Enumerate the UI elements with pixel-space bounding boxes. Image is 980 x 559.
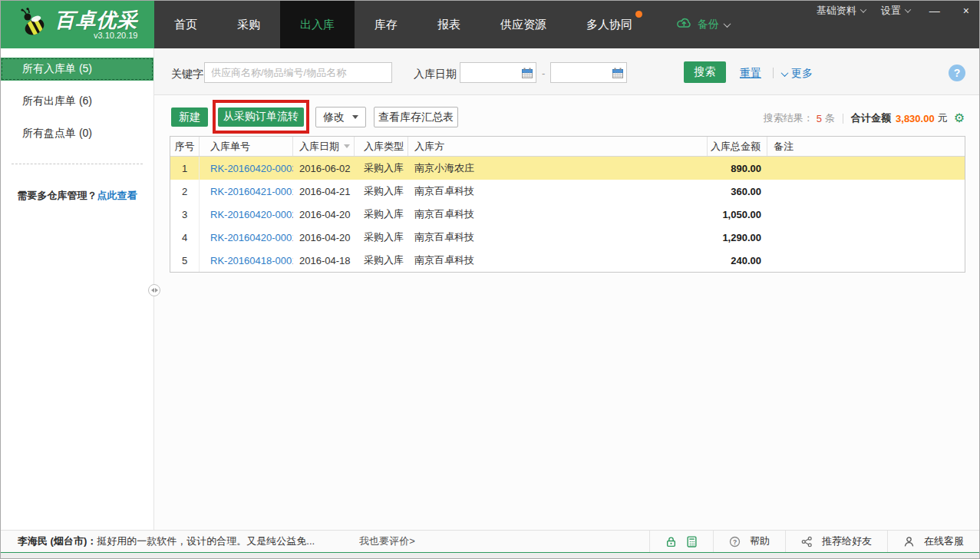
nav-tab-collaboration[interactable]: 多人协同 (566, 1, 652, 48)
write-review-link[interactable]: 我也要评价> (359, 534, 415, 548)
link-separator (773, 68, 774, 78)
doc-number-link[interactable]: RK-20160420-0002 (210, 209, 293, 220)
nav-tab-inventory-io[interactable]: 出入库 (280, 1, 355, 48)
nav-tab-purchase[interactable]: 采购 (217, 1, 280, 48)
nav-tab-label: 供应资源 (500, 18, 546, 32)
help-icon[interactable]: ? (949, 64, 965, 81)
inbound-type-cell: 采购入库 (355, 157, 408, 180)
sidebar-item-inbound-orders[interactable]: 所有入库单 (5) (1, 58, 153, 81)
window-bottom-edge (1, 553, 979, 558)
menu-settings[interactable]: 设置 (881, 4, 910, 18)
top-bar: 百卓优采 v3.10.20.19 首页采购出入库库存报表供应资源多人协同 备份 … (1, 1, 979, 48)
table-row[interactable]: 1RK-20160420-00032016-06-02采购入库南京小海农庄890… (170, 157, 965, 180)
main-content: 关键字 入库日期 - (154, 48, 979, 530)
recommend-button[interactable]: 推荐给好友 (785, 531, 887, 552)
table-row[interactable]: 3RK-20160420-00022016-04-20采购入库南京百卓科技1,0… (170, 203, 965, 226)
chevron-down-icon (781, 69, 789, 77)
help-button[interactable]: ? 帮助 (713, 531, 785, 552)
gear-icon[interactable]: ⚙ (954, 112, 965, 124)
new-button[interactable]: 新建 (171, 108, 208, 127)
keyword-input[interactable] (204, 62, 392, 83)
backup-button[interactable]: 备份 (676, 1, 730, 48)
column-header: 入库类型 (355, 137, 408, 156)
menu-basic-data-label: 基础资料 (817, 4, 856, 18)
inbound-type-cell: 采购入库 (355, 203, 408, 226)
search-button[interactable]: 搜索 (684, 61, 726, 83)
nav-tab-stock[interactable]: 库存 (355, 1, 417, 48)
notification-badge-icon (635, 11, 642, 18)
app-version: v3.10.20.19 (55, 31, 138, 40)
remark-cell (767, 226, 965, 249)
inbound-date-cell: 2016-04-18 (293, 249, 355, 272)
total-amount: 3,830.00 (896, 113, 935, 124)
system-menus: 基础资料 设置 — × (817, 1, 973, 21)
transfer-from-po-button[interactable]: 从采购订单流转 (218, 108, 304, 127)
row-index: 3 (170, 203, 200, 226)
lock-icon[interactable] (665, 536, 677, 547)
total-amount-cell: 890.00 (708, 157, 767, 180)
online-support-button[interactable]: 在线客服 (887, 531, 979, 552)
doc-number-link[interactable]: RK-20160420-0003 (210, 163, 293, 174)
person-icon (903, 536, 915, 547)
promo-link[interactable]: 点此查看 (97, 190, 137, 201)
help-label: 帮助 (750, 534, 770, 548)
nav-tab-label: 多人协同 (586, 18, 632, 32)
nav-tab-label: 采购 (237, 18, 260, 32)
user-review: 李海民 (烟台市)：挺好用的一款软件，设计的合理。又是纯公益免... (1, 534, 315, 548)
inbound-party-cell: 南京百卓科技 (408, 249, 708, 272)
view-stock-summary-button[interactable]: 查看库存汇总表 (374, 107, 458, 127)
inbound-date-cell: 2016-04-21 (293, 180, 355, 203)
app-logo[interactable]: 百卓优采 v3.10.20.19 (1, 1, 154, 48)
cloud-upload-icon (676, 17, 692, 32)
keyword-label: 关键字 (171, 68, 203, 81)
table-row[interactable]: 2RK-20160421-00012016-04-21采购入库南京百卓科技360… (170, 180, 965, 203)
nav-tab-home[interactable]: 首页 (154, 1, 217, 48)
nav-tab-reports[interactable]: 报表 (417, 1, 480, 48)
total-amount-cell: 360.00 (708, 180, 767, 203)
menu-basic-data[interactable]: 基础资料 (817, 4, 866, 18)
sidebar-item-label: 所有入库单 (5) (22, 62, 92, 76)
modify-dropdown-button[interactable]: 修改 (315, 107, 366, 127)
more-link[interactable]: 更多 (782, 67, 813, 81)
table-row[interactable]: 4RK-20160420-00012016-04-20采购入库南京百卓科技1,2… (170, 226, 965, 249)
calculator-icon[interactable] (686, 536, 698, 547)
nav-tab-supply-resources[interactable]: 供应资源 (480, 1, 566, 48)
column-header-label: 入库单号 (210, 140, 250, 154)
results-count: 5 (817, 113, 822, 124)
minimize-button[interactable]: — (926, 5, 944, 17)
inbound-orders-table: 序号入库单号入库日期入库类型入库方入库总金额备注 1RK-20160420-00… (170, 136, 965, 273)
table-row[interactable]: 5RK-20160418-00012016-04-18采购入库南京百卓科技240… (170, 249, 965, 272)
inbound-date-label: 入库日期 (414, 68, 457, 81)
inbound-party-cell: 南京百卓科技 (408, 180, 708, 203)
sidebar-item-label: 所有出库单 (6) (22, 94, 92, 108)
calendar-icon[interactable] (522, 68, 533, 81)
inbound-type-cell: 采购入库 (355, 249, 408, 272)
sidebar-item-stocktake-orders[interactable]: 所有盘点单 (0) (1, 122, 153, 145)
sidebar-item-label: 所有盘点单 (0) (22, 127, 92, 141)
doc-number-link[interactable]: RK-20160418-0001 (210, 255, 293, 266)
sidebar-item-outbound-orders[interactable]: 所有出库单 (6) (1, 90, 153, 113)
doc-number-link[interactable]: RK-20160420-0001 (210, 232, 293, 243)
total-label: 合计金额 (851, 111, 891, 125)
sidebar-collapse-handle[interactable] (148, 284, 160, 296)
calendar-icon[interactable] (612, 68, 623, 81)
column-header[interactable]: 入库日期 (293, 137, 355, 156)
column-header-label: 入库日期 (299, 140, 339, 154)
column-header-label: 入库总金额 (711, 140, 761, 154)
sort-desc-icon[interactable] (344, 144, 350, 148)
doc-number-cell: RK-20160418-0001 (200, 249, 293, 272)
share-icon (801, 536, 813, 547)
support-label: 在线客服 (924, 534, 964, 548)
doc-number-link[interactable]: RK-20160421-0001 (210, 186, 293, 197)
row-index: 1 (170, 157, 200, 180)
chevron-down-icon (724, 20, 731, 28)
reset-link[interactable]: 重置 (740, 67, 761, 81)
row-index: 4 (170, 226, 200, 249)
remark-cell (767, 180, 965, 203)
column-header-label: 入库方 (414, 140, 444, 154)
inbound-date-cell: 2016-04-20 (293, 203, 355, 226)
doc-number-cell: RK-20160420-0002 (200, 203, 293, 226)
column-header-label: 入库类型 (364, 140, 404, 154)
results-prefix: 搜索结果： (764, 111, 813, 125)
close-button[interactable]: × (959, 5, 973, 17)
